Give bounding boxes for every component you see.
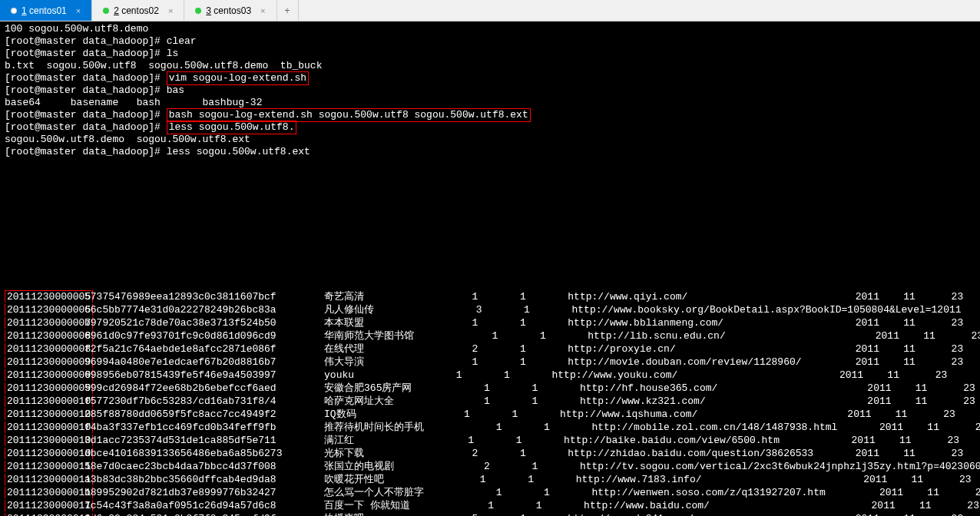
close-icon[interactable]: × [168, 6, 173, 15]
status-dot-icon [195, 8, 201, 14]
row-id: 20111230000005 [5, 290, 93, 303]
table-row: 201112300000112d6c22c084a501c0b8f7f0a845… [5, 512, 975, 516]
row-data: 58e7d0caec23bcb4daa7bbcc4d37f008 张国立的电视剧… [84, 460, 980, 473]
table-row: 20111230000007b97920521c78de70ac38e3713f… [5, 316, 975, 329]
row-data: 285f88780dd0659f5fc8acc7cc4949f2 IQ数码 1 … [84, 408, 980, 421]
table-row: 20111230000009599cd26984f72ee68b2b6ebefc… [5, 382, 975, 395]
row-id: 20111230000011 [5, 474, 93, 485]
row-id: 20111230000011 [5, 461, 93, 472]
row-data: 2d6c22c084a501c0b8f7f0a845aefd9f 快播爽吧 5 … [84, 512, 980, 516]
table-row: 2011123000001158e7d0caec23bcb4daa7bbcc4d… [5, 460, 975, 473]
table-row: 20111230000010dbce41016839133656486eba6a… [5, 447, 975, 460]
table-row: 201112300000117c54c43f3a8a0af0951c26d94a… [5, 499, 975, 512]
row-id: 20111230000007 [5, 317, 93, 329]
term-line: base64 basename bash bashbug-32 [5, 97, 975, 109]
table-row: 20111230000010f577230df7b6c53283/cd16ab7… [5, 395, 975, 408]
row-id: 20111230000011 [5, 500, 93, 511]
row-data: 599cd26984f72ee68b2b6ebefccf6aed 安徽合肥365… [84, 382, 980, 395]
row-data: f577230df7b6c53283/cd16ab731f8/4 哈萨克网址大全… [84, 395, 980, 408]
row-data: 66c5bb7774e31d0a22278249b26bc83a 凡人修仙传 3… [84, 303, 980, 316]
table-row: 201112300000086961d0c97fe93701fc9c0d861d… [5, 329, 975, 342]
table-row: 20111230000009698956eb07815439fe5f46e9a4… [5, 369, 975, 382]
tab-centos01[interactable]: 1 centos01× [0, 0, 92, 21]
row-id: 20111230000005 [5, 304, 93, 316]
table-row: 2011123000000996994a0480e7e1edcaef67b20d… [5, 356, 975, 369]
term-line: [root@master data_hadoop]# vim sogou-log… [5, 72, 975, 84]
row-id: 20111230000010 [5, 408, 93, 420]
row-id: 20111230000009 [5, 382, 93, 394]
row-id: 20111230000009 [5, 369, 93, 381]
table-row: 20111230000011b89952902d7821db37e8999776… [5, 486, 975, 499]
table-row: 20111230000011a3b83dc38b2bbc35660dffcab4… [5, 473, 975, 486]
tab-centos03[interactable]: 3 centos03× [184, 0, 276, 21]
term-line: 100 sogou.500w.utf8.demo [5, 23, 975, 35]
row-data: f2f5a21c764aebde1e8afcc2871e086f 在线代理 2 … [84, 342, 980, 356]
row-data: 6961d0c97fe93701fc9c0d861d096cd9 华南师范大学图… [84, 329, 980, 342]
row-id: 20111230000011 [5, 487, 93, 498]
row-data: 7c54c43f3a8a0af0951c26d94a57d6c8 百度一下 你就… [84, 499, 980, 512]
term-line: b.txt sogou.500w.utf8 sogou.500w.utf8.de… [5, 60, 975, 72]
row-id: 20111230000009 [5, 356, 93, 368]
table-row: 201112300000103d1acc7235374d531de1ca885d… [5, 434, 975, 447]
table-row: 20111230000008f2f5a21c764aebde1e8afcc287… [5, 342, 975, 356]
row-data: a3b83dc38b2bbc35660dffcab4ed9da8 吹暖花开性吧 … [84, 473, 980, 486]
row-id: 20111230000008 [5, 343, 93, 355]
row-data: b97920521c78de70ac38e3713f524b50 本本联盟 1 … [84, 316, 980, 329]
status-dot-icon [11, 8, 17, 14]
row-data: b89952902d7821db37e8999776b32427 怎么骂一个人不… [84, 486, 980, 499]
tab-centos02[interactable]: 2 centos02× [92, 0, 184, 21]
term-line: [root@master data_hadoop]# clear [5, 35, 975, 48]
table-row: 20111230000010285f88780dd0659f5fc8acc7cc… [5, 408, 975, 421]
row-id: 20111230000010 [5, 448, 93, 459]
row-data: 3d1acc7235374d531de1ca885df5e711 满江红 1 1… [84, 434, 980, 447]
terminal-blank [0, 160, 980, 290]
row-data: f4ba3f337efb1cc469fcd0b34feff9fb 推荐待机时间长… [84, 421, 980, 434]
term-line: [root@master data_hadoop]# ls [5, 48, 975, 60]
row-id: 20111230000011 [5, 513, 93, 516]
term-line: [root@master data_hadoop]# less sogou.50… [5, 146, 975, 158]
row-id: 20111230000010 [5, 435, 93, 446]
table-row: 2011123000000557375476989eea12893c0c3811… [5, 290, 975, 303]
new-tab-button[interactable]: + [277, 0, 299, 21]
row-id: 20111230000010 [5, 395, 93, 407]
row-data: 57375476989eea12893c0c3811607bcf 奇艺高清 1 … [84, 290, 980, 303]
table-row: 2011123000000566c5bb7774e31d0a22278249b2… [5, 303, 975, 316]
term-line: sogou.500w.utf8.demo sogou.500w.utf8.ext [5, 134, 975, 146]
row-id: 20111230000010 [5, 422, 93, 433]
term-line: [root@master data_hadoop]# bas [5, 84, 975, 97]
row-id: 20111230000008 [5, 330, 93, 342]
row-data: 698956eb07815439fe5f46e9a4503997 youku 1… [84, 369, 980, 382]
row-data: 96994a0480e7e1edcaef67b20d8816b7 伟大导演 1 … [84, 356, 980, 369]
terminal-output[interactable]: 100 sogou.500w.utf8.demo[root@master dat… [0, 22, 980, 160]
term-line: [root@master data_hadoop]# bash sogou-lo… [5, 109, 975, 121]
tab-bar: 1 centos01×2 centos02×3 centos03× + [0, 0, 980, 22]
close-icon[interactable]: × [260, 6, 265, 15]
close-icon[interactable]: × [76, 6, 81, 15]
row-data: dbce41016839133656486eba6a85b6273 光标下载 2… [84, 447, 980, 460]
status-dot-icon [103, 8, 109, 14]
term-line: [root@master data_hadoop]# less sogou.50… [5, 121, 975, 134]
table-row: 20111230000010f4ba3f337efb1cc469fcd0b34f… [5, 421, 975, 434]
data-table: 2011123000000557375476989eea12893c0c3811… [0, 290, 980, 516]
